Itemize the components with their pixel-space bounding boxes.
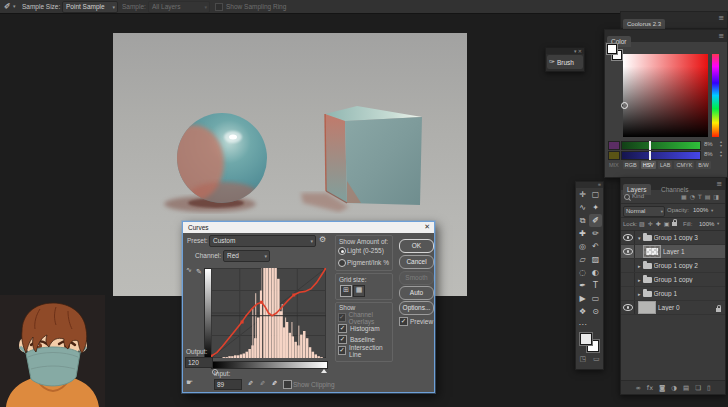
checkbox-baseline[interactable]: ✓ <box>338 335 347 344</box>
hue-strip[interactable] <box>712 54 719 137</box>
group-caret-icon[interactable]: ▸ <box>638 277 641 283</box>
tool-eraser-icon[interactable]: ▱ <box>576 253 589 266</box>
targeted-adjustment-tool-icon[interactable]: ☛ <box>186 378 193 387</box>
panel-menu-icon[interactable]: ≡ <box>718 14 724 22</box>
slider1-swatch[interactable] <box>608 141 620 150</box>
tool-healing-brush-icon[interactable]: ✚ <box>576 227 589 240</box>
stepper-icon[interactable]: ▴▾ <box>720 150 722 158</box>
lock-transparency-icon[interactable]: ▨ <box>639 218 645 230</box>
slider1-bar[interactable] <box>621 141 701 150</box>
curves-grid[interactable] <box>211 268 326 358</box>
layer-row[interactable]: ▾Group 1 copy 3 <box>621 231 725 245</box>
layer-row[interactable]: ▸Group 1 copy <box>621 273 725 287</box>
sample-dropdown[interactable]: All Layers <box>148 1 210 13</box>
screen-mode-icon[interactable]: ▭ <box>593 355 600 363</box>
layer-name[interactable]: Layer 0 <box>658 304 680 311</box>
visibility-cell[interactable] <box>621 287 635 300</box>
group-caret-icon[interactable]: ▾ <box>638 235 641 241</box>
layer-row[interactable]: Layer 1 <box>621 245 725 259</box>
layer-name[interactable]: Group 1 copy <box>654 276 693 283</box>
pencil-tool-icon[interactable]: ✎ <box>196 268 202 276</box>
filter-smart-object-icon[interactable]: ◨ <box>713 190 719 203</box>
tool-edit-toolbar-icon[interactable]: ⋯ <box>576 318 589 331</box>
tool-brush-icon[interactable]: ✏ <box>589 227 602 240</box>
checkbox-intersection-line[interactable]: ✓ <box>338 346 346 355</box>
lock-pixels-icon[interactable]: ✛ <box>648 218 653 230</box>
tool-preset-caret-icon[interactable]: ▾ <box>13 0 16 13</box>
fill-value[interactable]: 100% <box>699 218 714 230</box>
cancel-button[interactable]: Cancel <box>399 255 434 269</box>
filter-pixel-icon[interactable]: ▦ <box>681 190 687 203</box>
radio-pigment[interactable] <box>338 259 346 267</box>
white-point-eyedropper-icon[interactable]: ✎ <box>270 380 278 385</box>
checkbox-histogram[interactable]: ✓ <box>338 324 347 333</box>
chevron-down-icon[interactable]: ▾ <box>717 218 719 230</box>
blend-mode-dropdown[interactable]: Normal <box>623 206 665 217</box>
tool-gradient-icon[interactable]: ▨ <box>589 253 602 266</box>
auto-button[interactable]: Auto <box>399 286 434 300</box>
link-layers-icon[interactable]: ∞ <box>635 384 640 392</box>
tool-pen-icon[interactable]: ✒ <box>576 279 589 292</box>
radio-light[interactable] <box>338 247 346 255</box>
mode-tab-cmyk[interactable]: CMYK <box>674 161 694 169</box>
group-caret-icon[interactable]: ▸ <box>638 291 641 297</box>
smooth-button[interactable]: Smooth <box>399 271 434 285</box>
saturation-value-square[interactable] <box>623 54 708 137</box>
curves-dialog-titlebar[interactable]: Curves ✕ <box>183 222 434 233</box>
preset-dropdown[interactable]: Custom <box>209 235 316 247</box>
detailed-grid-button[interactable]: ▦ <box>353 285 365 297</box>
delete-layer-icon[interactable]: ▯ <box>707 384 711 392</box>
curve-point-tool-icon[interactable]: ∿ <box>186 266 192 274</box>
layer-name[interactable]: Group 1 <box>654 290 678 297</box>
preview-checkbox[interactable]: ✓ <box>399 317 408 326</box>
channel-dropdown[interactable]: Red <box>223 250 270 262</box>
slider2-bar[interactable] <box>621 151 701 160</box>
visibility-cell[interactable] <box>621 301 635 314</box>
input-value[interactable]: 89 <box>214 379 242 390</box>
slider2-swatch[interactable] <box>608 151 620 160</box>
new-layer-icon[interactable]: ❏ <box>695 384 701 392</box>
collapse-icon[interactable]: ▾ <box>574 48 577 54</box>
show-clipping-checkbox[interactable] <box>283 380 292 389</box>
visibility-cell[interactable] <box>621 259 635 272</box>
lock-position-icon[interactable]: ✚ <box>656 218 661 230</box>
mode-tab-bw[interactable]: B/W <box>696 161 710 169</box>
tool-marquee-icon[interactable]: ▢ <box>589 188 602 201</box>
foreground-color-swatch[interactable] <box>607 44 617 54</box>
sample-size-dropdown[interactable]: Point Sample <box>62 1 118 13</box>
color-cursor[interactable] <box>621 102 628 109</box>
tool-dodge-icon[interactable]: ◐ <box>589 266 602 279</box>
visibility-cell[interactable] <box>621 231 635 244</box>
layer-row[interactable]: ▸Group 1 <box>621 287 725 301</box>
tool-eyedropper-icon[interactable]: ✐ <box>589 214 602 227</box>
filter-type-icon[interactable]: T <box>698 190 702 203</box>
tool-lasso-icon[interactable]: ∿ <box>576 201 589 214</box>
visibility-cell[interactable] <box>621 273 635 286</box>
tool-clone-stamp-icon[interactable]: ◎ <box>576 240 589 253</box>
layer-row[interactable]: Layer 0 <box>621 301 725 315</box>
layer-mask-icon[interactable]: ◙ <box>659 384 665 392</box>
options-button[interactable]: Options... <box>399 301 434 315</box>
tool-shape-icon[interactable]: ▭ <box>589 292 602 305</box>
layer-row[interactable]: ▸Group 1 copy 2 <box>621 259 725 273</box>
gear-icon[interactable]: ⚙ <box>319 235 326 244</box>
filter-group-icon[interactable]: ▤ <box>705 190 711 203</box>
chevron-down-icon[interactable]: ▾ <box>711 204 713 217</box>
visibility-cell[interactable] <box>621 245 635 258</box>
panel-menu-icon[interactable]: ≡ <box>718 32 724 40</box>
layer-name[interactable]: Group 1 copy 3 <box>654 234 698 241</box>
layer-name[interactable]: Group 1 copy 2 <box>654 262 698 269</box>
foreground-color-swatch[interactable] <box>580 333 592 345</box>
tool-history-brush-icon[interactable]: ↶ <box>589 240 602 253</box>
tool-path-selection-icon[interactable]: ▶ <box>576 292 589 305</box>
tool-quick-selection-icon[interactable]: ✦ <box>589 201 602 214</box>
mode-tab-lab[interactable]: LAB <box>658 161 672 169</box>
opacity-value[interactable]: 100% <box>693 204 708 217</box>
simple-grid-button[interactable]: ⊞ <box>340 285 352 297</box>
tool-move-icon[interactable]: ✛ <box>576 188 589 201</box>
output-value[interactable]: 120 <box>185 357 213 368</box>
layer-thumbnail[interactable] <box>643 245 661 258</box>
tool-hand-icon[interactable]: ❖ <box>576 305 589 318</box>
stepper-icon[interactable]: ▴▾ <box>720 140 722 148</box>
gray-point-eyedropper-icon[interactable]: ✎ <box>258 380 266 385</box>
